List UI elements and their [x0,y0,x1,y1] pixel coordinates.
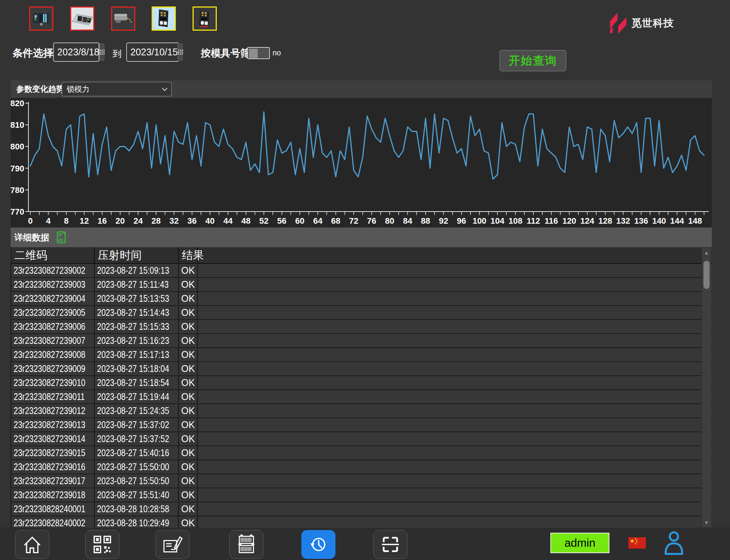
cell-qrcode: 23r23230827239018 [11,488,95,502]
cell-injection-time: 2023-08-27 15:50:50 [95,474,179,488]
table-vertical-scrollbar[interactable]: ▲ ▼ [702,248,711,527]
device-thumbnail-connector[interactable] [111,6,135,31]
mold-filter-state: no [273,49,281,57]
cell-empty [198,418,712,431]
cell-result: OK [179,502,198,516]
history-button[interactable] [301,530,335,559]
table-row[interactable]: 23r232308272390082023-08-27 15:17:13OK [11,348,712,362]
user-profile-icon[interactable] [663,530,685,558]
device-thumbnail-rail[interactable] [70,6,94,31]
svg-text:28: 28 [152,216,161,226]
svg-text:40: 40 [205,216,215,226]
mold-filter-toggle[interactable] [247,47,270,59]
svg-text:136: 136 [634,216,648,226]
cell-qrcode: 23r23230827239011 [11,390,95,403]
company-logo-icon [608,11,628,36]
cell-empty [198,362,712,375]
scan-button[interactable] [373,530,407,559]
history-clock-icon [308,534,329,555]
date-from-input[interactable]: 2023/8/18 [53,42,99,62]
scan-frame-icon [380,534,401,555]
cell-qrcode: 23r23230827239006 [11,320,95,333]
trend-toolbar: 参数变化趋势 锁模力 [11,80,712,98]
cell-empty [198,488,712,502]
start-query-button[interactable]: 开始查询 [500,50,566,71]
admin-user-button[interactable]: admin [550,533,609,553]
edit-record-button[interactable] [155,530,190,559]
device-thumbnail-plc[interactable] [29,6,53,31]
cell-injection-time: 2023-08-27 15:50:00 [95,460,179,474]
cell-empty [198,390,712,403]
column-header-qrcode[interactable]: 二维码 [11,247,95,263]
table-row[interactable]: 23r232308272390092023-08-27 15:18:04OK [11,362,712,376]
svg-text:132: 132 [616,216,630,226]
column-header-result[interactable]: 结果 [179,247,198,263]
table-row[interactable]: 23r232308272390022023-08-27 15:09:13OK [11,264,712,278]
cell-injection-time: 2023-08-27 15:15:33 [95,320,179,333]
calendar-icon[interactable] [99,43,105,61]
cell-result: OK [179,320,198,333]
details-table: 二维码 压射时间 结果 23r232308272390022023-08-27 … [11,247,712,528]
cell-injection-time: 2023-08-28 10:29:49 [95,516,179,528]
table-row[interactable]: 23r232308272390032023-08-27 15:11:43OK [11,278,712,292]
table-row[interactable]: 23r232308272390132023-08-27 15:37:02OK [11,418,712,432]
svg-text:120: 120 [562,216,576,226]
date-to-input[interactable]: 2023/10/15 [126,42,179,62]
export-excel-icon[interactable] [57,231,67,243]
barcode-button[interactable] [229,530,263,559]
svg-text:44: 44 [223,216,233,226]
date-to-value: 2023/10/15 [127,47,178,58]
device-thumbnail-sensor-a[interactable] [152,6,176,31]
table-row[interactable]: 23r232308272390142023-08-27 15:37:52OK [11,432,712,446]
cell-qrcode: 23r23230827239017 [11,474,95,488]
table-row[interactable]: 23r232308282400012023-08-28 10:28:58OK [11,502,712,516]
cell-qrcode: 23r23230828240002 [11,516,95,528]
svg-text:100: 100 [473,216,487,226]
cell-injection-time: 2023-08-27 15:37:02 [95,418,179,431]
svg-text:112: 112 [526,216,540,226]
cell-result: OK [179,516,198,528]
column-header-injection-time[interactable]: 压射时间 [95,247,179,263]
cell-injection-time: 2023-08-27 15:13:53 [95,292,179,305]
device-thumbnail-sensor-b[interactable] [193,6,217,31]
table-row[interactable]: 23r232308282400022023-08-28 10:29:49OK [11,516,712,528]
parameter-dropdown[interactable]: 锁模力 [62,82,172,96]
table-row[interactable]: 23r232308272390052023-08-27 15:14:43OK [11,306,712,320]
svg-text:36: 36 [187,216,196,226]
qrcode-button[interactable] [85,530,119,559]
cell-empty [198,320,712,333]
cell-qrcode: 23r23230827239016 [11,460,95,474]
scroll-up-arrow[interactable]: ▲ [702,249,711,256]
scrollbar-thumb[interactable] [703,261,710,289]
table-row[interactable]: 23r232308272390152023-08-27 15:40:16OK [11,446,712,460]
china-flag-icon[interactable] [628,537,646,551]
home-button[interactable] [15,530,49,559]
svg-text:84: 84 [403,216,412,226]
svg-text:92: 92 [439,216,448,226]
svg-text:2800: 2800 [11,142,24,151]
sensor-b-image [194,8,216,30]
table-row[interactable]: 23r232308272390072023-08-27 15:16:23OK [11,334,712,348]
table-row[interactable]: 23r232308272390182023-08-27 15:51:40OK [11,488,712,502]
svg-text:108: 108 [508,216,522,226]
table-row[interactable]: 23r232308272390172023-08-27 15:50:50OK [11,474,712,488]
chevron-down-icon [162,88,168,91]
cell-result: OK [179,348,198,361]
cell-qrcode: 23r23230827239007 [11,334,95,347]
table-row[interactable]: 23r232308272390112023-08-27 15:19:44OK [11,390,712,404]
table-row[interactable]: 23r232308272390162023-08-27 15:50:00OK [11,460,712,474]
cell-empty [198,460,712,474]
table-row[interactable]: 23r232308272390122023-08-27 15:24:35OK [11,404,712,418]
table-row[interactable]: 23r232308272390102023-08-27 15:18:54OK [11,376,712,390]
table-row[interactable]: 23r232308272390042023-08-27 15:13:53OK [11,292,712,306]
cell-empty [198,376,712,389]
cell-injection-time: 2023-08-27 15:09:13 [95,264,179,277]
home-icon [22,534,43,555]
calendar-icon[interactable] [178,43,183,61]
scroll-down-arrow[interactable]: ▼ [702,519,711,526]
rail-fixture-image [71,8,93,30]
cell-qrcode: 23r23230827239003 [11,278,95,291]
cell-result: OK [179,446,198,460]
cell-injection-time: 2023-08-27 15:51:40 [95,488,179,502]
table-row[interactable]: 23r232308272390062023-08-27 15:15:33OK [11,320,712,334]
